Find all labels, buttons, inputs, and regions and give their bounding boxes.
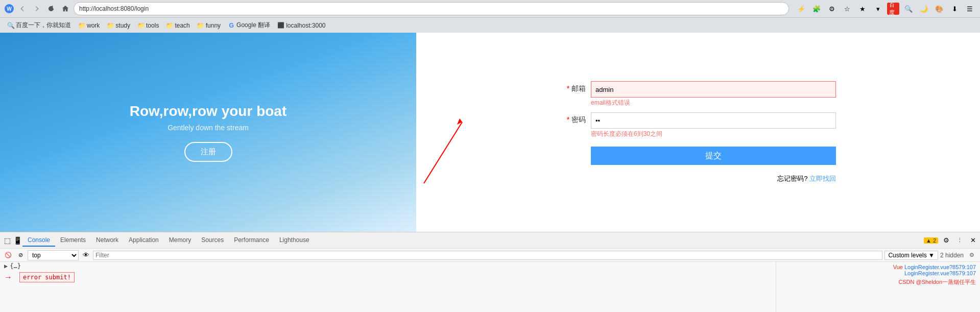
forgot-text: 忘记密码?: [777, 175, 807, 182]
devtools-settings-icon[interactable]: ⚙: [941, 235, 951, 246]
bookmark-teach-label: teach: [175, 22, 189, 29]
hero-inner: Row,row,row your boat Gentlely down the …: [0, 33, 416, 232]
tab-sources[interactable]: Sources: [196, 234, 229, 247]
password-row: * 密码 密码长度必须在6到30之间: [560, 112, 836, 138]
log-link-2[interactable]: LoginRegister.vue?8579:107: [904, 270, 976, 276]
devtools-header-right: ▲ 2 ⚙ ⋮ ✕: [924, 235, 978, 246]
log-link-1[interactable]: LoginRegister.vue?8579:107: [904, 264, 976, 270]
email-error-msg: email格式错误: [591, 99, 836, 107]
devtools-more-icon[interactable]: ⋮: [954, 235, 965, 246]
console-output: ▶ {…} → error submit!: [0, 262, 776, 312]
tab-elements[interactable]: Elements: [55, 234, 91, 247]
submit-wrap: 提交: [591, 145, 836, 165]
work-icon: 📁: [78, 22, 85, 29]
svg-text:W: W: [7, 6, 12, 12]
bookmark-funny-label: funny: [206, 22, 221, 29]
main-content-area: Row,row,row your boat Gentlely down the …: [0, 33, 980, 232]
browser-logo: W: [4, 4, 14, 14]
error-submit-message: error submit!: [19, 272, 75, 282]
register-button[interactable]: 注册: [184, 142, 232, 162]
password-input-wrap: 密码长度必须在6到30之间: [591, 112, 836, 138]
tab-performance[interactable]: Performance: [229, 234, 274, 247]
hero-section: Row,row,row your boat Gentlely down the …: [0, 33, 416, 232]
bookmark-localhost3000[interactable]: ⬛ localhost:3000: [274, 21, 328, 30]
hero-subtitle: Gentlely down the stream: [168, 124, 249, 132]
email-row: * 邮箱 email格式错误: [560, 81, 836, 107]
bookmark-tools[interactable]: 📁 tools: [134, 21, 162, 30]
brush-icon[interactable]: 🎨: [933, 3, 945, 15]
custom-levels-dropdown[interactable]: Custom levels ▼: [885, 251, 938, 260]
password-label: * 密码: [560, 112, 591, 125]
forward-button[interactable]: [31, 3, 43, 15]
extensions-icon[interactable]: 🧩: [810, 3, 823, 15]
bookmark-work[interactable]: 📁 work: [75, 21, 103, 30]
console-filter-input[interactable]: [93, 251, 882, 260]
bookmark-localhost3000-label: localhost:3000: [286, 22, 325, 29]
refresh-button[interactable]: [45, 3, 57, 15]
star-icon[interactable]: ☆: [841, 3, 853, 15]
baidu-icon[interactable]: 百度: [887, 3, 899, 15]
bookmark-study-label: study: [115, 22, 130, 29]
console-line-object: ▶ {…}: [0, 262, 776, 270]
localhost-icon: ⬛: [277, 22, 284, 29]
tab-memory[interactable]: Memory: [164, 234, 196, 247]
devtools-panel: ⬚ 📱 Console Elements Network Application…: [0, 232, 980, 312]
login-section: * 邮箱 email格式错误 * 密码 密码长度必须在6到30之间 提交 忘记密…: [416, 33, 980, 232]
console-settings-btn[interactable]: ⚙: [967, 250, 977, 260]
hamburger-icon[interactable]: ☰: [964, 3, 976, 15]
execution-context-select[interactable]: top: [28, 250, 79, 260]
tab-application[interactable]: Application: [124, 234, 164, 247]
bookmark-baidu-label: 百度一下，你就知道: [16, 21, 71, 30]
bookmark-study[interactable]: 📁 study: [104, 21, 133, 30]
hero-title: Row,row,row your boat: [130, 103, 286, 119]
bookmark-google-translate[interactable]: G Google 翻译: [225, 20, 273, 31]
address-bar[interactable]: http://localhost:8080/login: [74, 2, 789, 15]
clear-console-btn[interactable]: 🚫: [3, 250, 13, 260]
svg-line-2: [424, 122, 462, 183]
lightning-icon[interactable]: ⚡: [795, 3, 807, 15]
bookmark-work-label: work: [87, 22, 100, 29]
funny-icon: 📁: [197, 22, 204, 29]
tab-console[interactable]: Console: [22, 234, 55, 247]
email-input-wrap: email格式错误: [591, 81, 836, 107]
bookmark-tools-label: tools: [146, 22, 159, 29]
tab-network[interactable]: Network: [91, 234, 124, 247]
study-icon: 📁: [107, 22, 114, 29]
tools-icon: 📁: [137, 22, 145, 29]
console-filter-btn[interactable]: ⊘: [15, 250, 26, 260]
bookmark-funny[interactable]: 📁 funny: [194, 21, 224, 30]
csdn-label: CSDN @Sheldon一蒸烟任平生: [898, 278, 976, 286]
browser-right-icons: ⚡ 🧩 ⚙ ☆ ★ ▾ 百度 🔍 🌙 🎨 ⬇ ☰: [795, 3, 976, 15]
settings-icon[interactable]: ⚙: [826, 3, 838, 15]
search-icon[interactable]: 🔍: [902, 3, 915, 15]
menu-dropdown-icon[interactable]: ▾: [872, 3, 884, 15]
back-button[interactable]: [16, 3, 29, 15]
devtools-main-area: ▶ {…} → error submit! Vue LoginRegister.…: [0, 262, 980, 312]
svg-marker-3: [457, 118, 462, 125]
eye-icon[interactable]: 👁: [81, 250, 91, 260]
color-scheme-icon[interactable]: 🌙: [918, 3, 930, 15]
submit-row: 提交: [560, 145, 836, 165]
devtools-close-icon[interactable]: ✕: [968, 235, 978, 246]
csdn-watermark: Vue: [893, 264, 903, 270]
star-filled-icon[interactable]: ★: [856, 3, 869, 15]
baidu-bookmark-icon: 🔍: [7, 22, 14, 29]
google-translate-icon: G: [228, 22, 235, 29]
email-label: * 邮箱: [560, 81, 591, 93]
tab-lighthouse[interactable]: Lighthouse: [274, 234, 315, 247]
devtools-inspect-btn[interactable]: ⬚: [2, 235, 12, 246]
expand-object-btn[interactable]: ▶: [4, 262, 8, 270]
download-icon[interactable]: ⬇: [948, 3, 961, 15]
devtools-device-btn[interactable]: 📱: [12, 235, 22, 246]
log-entry-1[interactable]: Vue LoginRegister.vue?8579:107: [893, 264, 976, 270]
object-text: {…}: [10, 262, 21, 270]
bookmark-baidu[interactable]: 🔍 百度一下，你就知道: [4, 20, 74, 31]
email-input[interactable]: [591, 81, 836, 98]
submit-label-spacer: [560, 145, 591, 148]
forgot-link[interactable]: 立即找回: [809, 175, 836, 182]
bookmark-teach[interactable]: 📁 teach: [163, 21, 193, 30]
submit-button[interactable]: 提交: [591, 147, 836, 165]
home-button[interactable]: [59, 3, 71, 15]
password-input[interactable]: [591, 112, 836, 129]
log-entry-2[interactable]: LoginRegister.vue?8579:107: [904, 270, 976, 276]
